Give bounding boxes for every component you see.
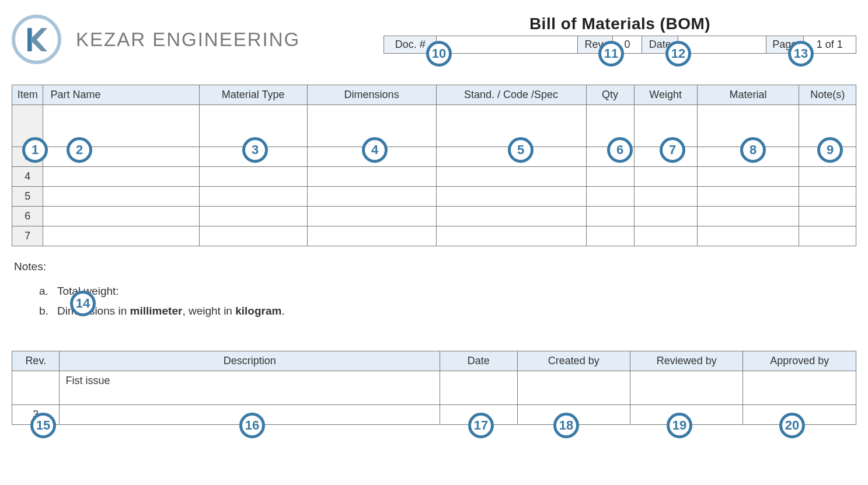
rev-description: [60, 404, 440, 424]
bom-spec: [436, 147, 586, 167]
bom-row: 3: [12, 147, 856, 167]
date-value: [678, 36, 766, 54]
bom-row: 5: [12, 187, 856, 207]
rev-created: [517, 371, 630, 404]
rev-h-reviewed: Reviewed by: [630, 351, 743, 371]
bom-qty: [586, 167, 634, 187]
rev-number: [12, 371, 60, 404]
bom-item: 3: [12, 147, 43, 167]
page: KEZAR ENGINEERING Bill of Materials (BOM…: [12, 15, 856, 425]
bom-mattype: [199, 147, 307, 167]
bom-row: 7: [12, 226, 856, 246]
bom-item: 6: [12, 207, 43, 226]
bom-h-part: Part Name: [43, 85, 199, 105]
bom-notes: [799, 207, 856, 226]
page-label: Page: [766, 36, 803, 54]
bom-qty: [586, 147, 634, 167]
bom-qty: [586, 187, 634, 207]
rev-h-created: Created by: [517, 351, 630, 371]
rev-reviewed: [630, 404, 743, 424]
bom-row: [12, 105, 856, 147]
notes-section: Notes: Total weight: Dimensions in milli…: [14, 257, 856, 322]
header: KEZAR ENGINEERING Bill of Materials (BOM…: [12, 15, 856, 64]
bom-spec: [436, 187, 586, 207]
bom-qty: [586, 207, 634, 226]
bom-item: 4: [12, 167, 43, 187]
rev-date: [440, 371, 517, 404]
doc-number-label: Doc. #: [384, 36, 437, 54]
note-a: Total weight:: [51, 281, 856, 301]
bom-dim: [307, 167, 436, 187]
note-b-kg: kilogram: [235, 305, 281, 317]
rev-created: [517, 404, 630, 424]
rev-reviewed: [630, 371, 743, 404]
bom-material: [697, 147, 799, 167]
note-b-post: .: [281, 305, 284, 317]
bom-part: [43, 187, 199, 207]
note-b-pre: Dimensions in: [57, 305, 130, 317]
rev-row: 3: [12, 404, 856, 424]
bom-spec: [436, 105, 586, 147]
bom-part: [43, 226, 199, 246]
bom-h-mattype: Material Type: [199, 85, 307, 105]
rev-h-rev: Rev.: [12, 351, 60, 371]
rev-h-approved: Approved by: [743, 351, 856, 371]
bom-mattype: [199, 226, 307, 246]
rev-value: 0: [612, 36, 642, 54]
note-b-mid: , weight in: [182, 305, 235, 317]
bom-dim: [307, 105, 436, 147]
notes-list: Total weight: Dimensions in millimeter, …: [37, 281, 856, 321]
doc-number-value: [437, 36, 577, 54]
bom-mattype: [199, 167, 307, 187]
bom-h-notes: Note(s): [799, 85, 856, 105]
bom-weight: [634, 105, 697, 147]
bom-part: [43, 207, 199, 226]
document-title: Bill of Materials (BOM): [384, 15, 856, 33]
bom-h-item: Item: [12, 85, 43, 105]
bom-h-material: Material: [697, 85, 799, 105]
date-label: Date: [642, 36, 678, 54]
rev-header-row: Rev. Description Date Created by Reviewe…: [12, 351, 856, 371]
bom-qty: [586, 226, 634, 246]
bom-material: [697, 105, 799, 147]
bom-mattype: [199, 105, 307, 147]
bom-item: 5: [12, 187, 43, 207]
rev-row: Fist issue: [12, 371, 856, 404]
bom-notes: [799, 147, 856, 167]
bom-dim: [307, 187, 436, 207]
rev-date: [440, 404, 517, 424]
bom-material: [697, 207, 799, 226]
bom-row: 6: [12, 207, 856, 226]
bom-dim: [307, 226, 436, 246]
bom-spec: [436, 167, 586, 187]
bom-table: Item Part Name Material Type Dimensions …: [12, 85, 856, 246]
bom-material: [697, 187, 799, 207]
bom-weight: [634, 167, 697, 187]
rev-h-date: Date: [440, 351, 517, 371]
rev-h-desc: Description: [60, 351, 440, 371]
bom-weight: [634, 207, 697, 226]
note-a-text: Total weight:: [57, 285, 119, 297]
bom-h-weight: Weight: [634, 85, 697, 105]
bom-dim: [307, 207, 436, 226]
bom-item: 7: [12, 226, 43, 246]
bom-qty: [586, 105, 634, 147]
rev-label: Rev.: [577, 36, 612, 54]
bom-h-spec: Stand. / Code /Spec: [436, 85, 586, 105]
bom-weight: [634, 147, 697, 167]
company-name: KEZAR ENGINEERING: [76, 29, 300, 51]
bom-notes: [799, 167, 856, 187]
bom-row: 4: [12, 167, 856, 187]
bom-notes: [799, 105, 856, 147]
bom-notes: [799, 226, 856, 246]
bom-material: [697, 226, 799, 246]
note-b: Dimensions in millimeter, weight in kilo…: [51, 301, 856, 321]
company-logo: [12, 15, 61, 64]
bom-part: [43, 167, 199, 187]
rev-number: 3: [12, 404, 60, 424]
logo-company-block: KEZAR ENGINEERING: [12, 15, 300, 64]
bom-mattype: [199, 207, 307, 226]
logo-k-icon: [23, 26, 51, 54]
bom-part: [43, 147, 199, 167]
bom-notes: [799, 187, 856, 207]
